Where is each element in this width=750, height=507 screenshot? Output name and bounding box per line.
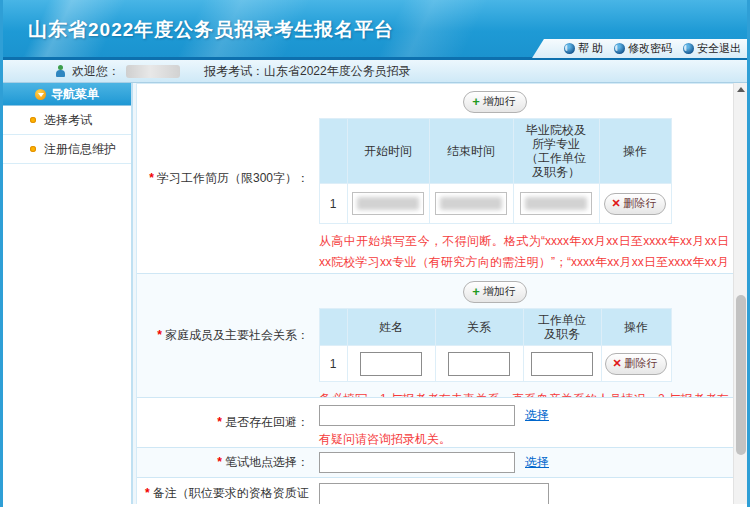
family-label: * 家庭成员及主要社会关系： bbox=[137, 274, 315, 397]
required-mark: * bbox=[145, 485, 150, 502]
masked-value bbox=[357, 197, 419, 210]
form-row-family: * 家庭成员及主要社会关系： + 增加行 姓名 bbox=[137, 274, 733, 398]
sidebar-item-label: 选择考试 bbox=[44, 112, 92, 129]
col-operation: 操作 bbox=[601, 309, 671, 346]
sidebar-header[interactable]: 导航菜单 bbox=[3, 83, 131, 106]
row-number: 1 bbox=[319, 346, 347, 382]
bullet-icon bbox=[30, 117, 36, 123]
col-start-time: 开始时间 bbox=[347, 119, 429, 184]
sidebar-item-registration-info[interactable]: 注册信息维护 bbox=[3, 135, 131, 164]
sidebar-item-select-exam[interactable]: 选择考试 bbox=[3, 106, 131, 135]
plus-icon: + bbox=[472, 287, 480, 297]
family-add-row-button[interactable]: + 增加行 bbox=[463, 281, 527, 303]
exam-location-label: * 笔试地点选择： bbox=[137, 448, 315, 477]
col-end-time: 结束时间 bbox=[429, 119, 513, 184]
sidebar-title: 导航菜单 bbox=[51, 86, 99, 103]
required-mark: * bbox=[149, 170, 154, 187]
required-mark: * bbox=[217, 414, 222, 431]
resume-end-time-input[interactable] bbox=[435, 192, 507, 215]
resume-delete-row-button[interactable]: ✕ 删除行 bbox=[604, 193, 665, 215]
welcome-bar: 欢迎您： 报考考试：山东省2022年度公务员招录 bbox=[3, 60, 747, 83]
resume-table: 开始时间 结束时间 毕业院校及所学专业（工作单位及职务） 操作 1 bbox=[319, 118, 672, 224]
avoidance-input[interactable] bbox=[319, 405, 515, 426]
family-name-input[interactable] bbox=[360, 352, 422, 376]
col-workunit: 工作单位及职务 bbox=[523, 309, 601, 346]
page-title: 山东省2022年度公务员招录考生报名平台 bbox=[28, 17, 394, 43]
family-delete-row-button[interactable]: ✕ 删除行 bbox=[605, 353, 666, 375]
masked-value bbox=[440, 197, 502, 210]
form-row-exam-location: * 笔试地点选择： 选择 bbox=[137, 448, 733, 478]
change-password-button[interactable]: 修改密码 bbox=[614, 41, 672, 56]
row-number-header bbox=[319, 309, 347, 346]
resume-label: * 学习工作简历（限300字）： bbox=[137, 84, 315, 273]
col-operation: 操作 bbox=[599, 119, 671, 184]
change-password-label: 修改密码 bbox=[628, 41, 672, 56]
bullet-icon bbox=[30, 146, 36, 152]
plus-icon: + bbox=[472, 97, 480, 107]
required-mark: * bbox=[217, 454, 222, 471]
masked-value bbox=[525, 197, 587, 210]
row-number: 1 bbox=[319, 184, 347, 224]
form-row-resume: * 学习工作简历（限300字）： + 增加行 开始时间 bbox=[137, 84, 733, 274]
user-icon bbox=[55, 65, 66, 78]
required-mark: * bbox=[157, 327, 162, 344]
remark-label: * 备注（职位要求的资格资质证书、相 bbox=[137, 478, 315, 504]
family-table-row: 1 ✕ 删除行 bbox=[319, 346, 671, 382]
exam-name: 报考考试：山东省2022年度公务员招录 bbox=[204, 63, 411, 80]
form-row-avoidance: * 是否存在回避： 选择 有疑问请咨询招录机关。 bbox=[137, 398, 733, 448]
col-name: 姓名 bbox=[347, 309, 435, 346]
help-label: 帮 助 bbox=[578, 41, 603, 56]
row-number-header bbox=[319, 119, 347, 184]
help-button[interactable]: 帮 助 bbox=[564, 41, 603, 56]
registration-form: * 学习工作简历（限300字）： + 增加行 开始时间 bbox=[136, 83, 733, 504]
registration-page: 山东省2022年度公务员招录考生报名平台 帮 助 修改密码 安全退出 欢迎您： … bbox=[0, 0, 750, 507]
delete-x-icon: ✕ bbox=[611, 198, 620, 208]
resume-table-row: 1 ✕ 删除行 bbox=[319, 184, 671, 224]
col-school-major: 毕业院校及所学专业（工作单位及职务） bbox=[513, 119, 599, 184]
app-header: 山东省2022年度公务员招录考生报名平台 帮 助 修改密码 安全退出 bbox=[3, 0, 747, 60]
help-icon bbox=[564, 43, 575, 54]
vertical-scrollbar[interactable] bbox=[733, 83, 747, 504]
family-workunit-input[interactable] bbox=[531, 352, 593, 376]
nav-arrow-icon bbox=[35, 89, 46, 100]
header-actions-bar: 帮 助 修改密码 安全退出 bbox=[546, 39, 747, 58]
page-body: 导航菜单 选择考试 注册信息维护 * 学习工作简历（限300字）： bbox=[3, 83, 747, 504]
resume-school-input[interactable] bbox=[520, 192, 592, 215]
avoidance-label: * 是否存在回避： bbox=[137, 398, 315, 447]
change-password-icon bbox=[614, 43, 625, 54]
exam-location-input[interactable] bbox=[319, 452, 515, 473]
family-relationship-input[interactable] bbox=[448, 352, 510, 376]
welcome-greeting: 欢迎您： bbox=[72, 63, 120, 80]
logout-icon bbox=[683, 43, 694, 54]
delete-x-icon: ✕ bbox=[612, 358, 621, 368]
sidebar-item-label: 注册信息维护 bbox=[44, 141, 116, 158]
col-relationship: 关系 bbox=[435, 309, 523, 346]
resume-table-header-row: 开始时间 结束时间 毕业院校及所学专业（工作单位及职务） 操作 bbox=[319, 119, 671, 184]
scrollbar-up-icon[interactable] bbox=[737, 87, 745, 92]
exam-location-select-link[interactable]: 选择 bbox=[525, 454, 549, 471]
sidebar: 导航菜单 选择考试 注册信息维护 bbox=[3, 83, 133, 504]
family-table: 姓名 关系 工作单位及职务 操作 1 bbox=[319, 308, 672, 382]
avoidance-note: 有疑问请咨询招录机关。 bbox=[319, 430, 729, 447]
form-row-remark: * 备注（职位要求的资格资质证书、相 bbox=[137, 478, 733, 504]
avoidance-select-link[interactable]: 选择 bbox=[525, 407, 549, 424]
family-table-header-row: 姓名 关系 工作单位及职务 操作 bbox=[319, 309, 671, 346]
logout-button[interactable]: 安全退出 bbox=[683, 41, 741, 56]
resume-note: 从高中开始填写至今，不得间断。格式为“xxxx年xx月xx日至xxxx年xx月x… bbox=[319, 231, 729, 273]
family-note: 务必填写：1.与报考者有夫妻关系、直系血亲关系的人员情况；2.与报考者有三代以内… bbox=[319, 389, 729, 397]
resume-start-time-input[interactable] bbox=[352, 192, 424, 215]
resume-add-row-button[interactable]: + 增加行 bbox=[463, 91, 527, 113]
masked-username bbox=[126, 65, 180, 78]
remark-textarea[interactable] bbox=[319, 483, 549, 504]
scrollbar-thumb[interactable] bbox=[736, 295, 746, 455]
logout-label: 安全退出 bbox=[697, 41, 741, 56]
